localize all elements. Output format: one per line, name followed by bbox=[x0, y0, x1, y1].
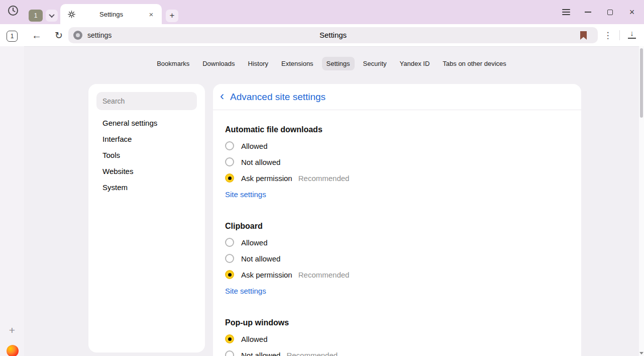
settings-sections: Automatic file downloads Allowed Not all… bbox=[213, 110, 581, 356]
scroll-down-arrow-icon[interactable] bbox=[639, 352, 643, 354]
radio-option[interactable]: Allowed bbox=[225, 234, 569, 250]
nav-security[interactable]: Security bbox=[359, 57, 391, 70]
radio-option[interactable]: Not allowed bbox=[225, 154, 569, 170]
settings-sidebar-list: General settings Interface Tools Website… bbox=[88, 115, 205, 196]
url-text[interactable]: settings bbox=[87, 27, 112, 43]
radio-option[interactable]: Not allowed Recommended bbox=[225, 347, 569, 356]
radio-label: Not allowed bbox=[241, 158, 280, 166]
maximize-button[interactable] bbox=[602, 4, 618, 20]
section-clipboard: Clipboard Allowed Not allowed Ask permis… bbox=[225, 218, 569, 299]
radio-button[interactable] bbox=[225, 141, 234, 150]
sidebar-item-general-settings[interactable]: General settings bbox=[88, 115, 205, 131]
radio-button[interactable] bbox=[225, 157, 234, 166]
radio-button[interactable] bbox=[225, 238, 234, 247]
radio-button[interactable] bbox=[225, 334, 234, 343]
radio-label: Ask permission bbox=[241, 271, 292, 279]
radio-button[interactable] bbox=[225, 173, 234, 183]
section-title: Clipboard bbox=[225, 218, 569, 234]
nav-settings[interactable]: Settings bbox=[322, 57, 355, 70]
section-popup-windows: Pop-up windows Allowed Not allowed Recom… bbox=[225, 315, 569, 356]
sidebar-item-system[interactable]: System bbox=[88, 180, 205, 196]
recommended-note: Recommended bbox=[298, 174, 350, 183]
toolbar-divider bbox=[619, 30, 620, 40]
back-button[interactable]: ← bbox=[30, 28, 44, 42]
sidebar-item-websites[interactable]: Websites bbox=[88, 163, 205, 180]
maximize-icon bbox=[607, 10, 613, 15]
left-rail: 1 + ⋯ bbox=[0, 24, 24, 356]
nav-history[interactable]: History bbox=[244, 57, 273, 70]
nav-tabs-other-devices[interactable]: Tabs on other devices bbox=[438, 57, 510, 70]
radio-label: Not allowed bbox=[241, 254, 280, 263]
page-scrollbar[interactable] bbox=[639, 46, 644, 356]
settings-sidebar-card: General settings Interface Tools Website… bbox=[88, 84, 205, 352]
page-title: Settings bbox=[68, 27, 598, 43]
advanced-settings-back[interactable]: ‹ Advanced site settings bbox=[213, 84, 581, 110]
address-bar[interactable]: settings Settings bbox=[68, 27, 598, 43]
settings-top-nav: Bookmarks Downloads History Extensions S… bbox=[24, 57, 639, 70]
section-automatic-file-downloads: Automatic file downloads Allowed Not all… bbox=[225, 122, 569, 202]
advanced-site-settings-card: ‹ Advanced site settings Automatic file … bbox=[213, 84, 581, 356]
tab-close-icon[interactable]: × bbox=[147, 10, 156, 19]
radio-option[interactable]: Not allowed bbox=[225, 250, 569, 266]
reload-button[interactable]: ↻ bbox=[52, 28, 66, 42]
page-heading: Advanced site settings bbox=[230, 92, 326, 103]
recommended-note: Recommended bbox=[286, 351, 338, 356]
rail-new-button[interactable]: + bbox=[0, 324, 24, 336]
titlebar: 1 Settings × + × bbox=[0, 0, 644, 24]
nav-yandex-id[interactable]: Yandex ID bbox=[395, 57, 435, 70]
site-favicon-icon bbox=[73, 31, 82, 40]
radio-label: Allowed bbox=[241, 142, 268, 150]
radio-option[interactable]: Ask permission Recommended bbox=[225, 266, 569, 283]
radio-option[interactable]: Allowed bbox=[225, 138, 569, 154]
chevron-left-icon: ‹ bbox=[218, 90, 226, 104]
radio-button[interactable] bbox=[225, 350, 234, 356]
bookmark-icon[interactable] bbox=[580, 31, 587, 40]
gear-icon bbox=[67, 10, 76, 19]
section-title: Pop-up windows bbox=[225, 315, 569, 331]
section-title: Automatic file downloads bbox=[225, 122, 569, 138]
tab-counter-button[interactable]: 1 bbox=[7, 31, 18, 42]
chevron-down-icon bbox=[49, 12, 54, 18]
nav-downloads[interactable]: Downloads bbox=[198, 57, 239, 70]
close-icon: × bbox=[629, 8, 635, 17]
radio-option[interactable]: Allowed bbox=[225, 331, 569, 347]
toolbar: ← ↻ settings Settings ⋮ ↓ bbox=[24, 24, 644, 46]
download-icon: ↓ bbox=[628, 29, 636, 39]
toolbar-menu-button[interactable]: ⋮ bbox=[601, 28, 615, 42]
history-clock-icon[interactable] bbox=[7, 5, 19, 17]
radio-label: Allowed bbox=[241, 335, 268, 343]
window-close-button[interactable]: × bbox=[624, 4, 640, 20]
site-settings-link[interactable]: Site settings bbox=[225, 283, 266, 299]
tab-group-dropdown[interactable] bbox=[46, 10, 58, 22]
browser-menu-button[interactable] bbox=[558, 4, 574, 20]
minimize-button[interactable] bbox=[580, 4, 596, 20]
new-tab-button[interactable]: + bbox=[166, 10, 178, 22]
recommended-note: Recommended bbox=[298, 271, 350, 279]
browser-window: 1 Settings × + × 1 + ⋯ ← ↻ settings Sett… bbox=[0, 0, 644, 356]
yandex-browser-logo[interactable] bbox=[7, 345, 19, 356]
radio-label: Allowed bbox=[241, 238, 268, 247]
tab-group-chip[interactable]: 1 bbox=[29, 10, 43, 22]
sidebar-item-tools[interactable]: Tools bbox=[88, 147, 205, 163]
radio-label: Not allowed bbox=[241, 351, 280, 356]
sidebar-item-interface[interactable]: Interface bbox=[88, 131, 205, 147]
radio-label: Ask permission bbox=[241, 174, 292, 183]
radio-button[interactable] bbox=[225, 270, 234, 279]
page-content: Bookmarks Downloads History Extensions S… bbox=[24, 46, 639, 356]
nav-bookmarks[interactable]: Bookmarks bbox=[152, 57, 194, 70]
radio-button[interactable] bbox=[225, 254, 234, 263]
downloads-button[interactable]: ↓ bbox=[626, 29, 638, 42]
minimize-icon bbox=[585, 12, 591, 13]
tab-title: Settings bbox=[76, 11, 147, 18]
tab-settings[interactable]: Settings × bbox=[60, 4, 162, 24]
site-settings-link[interactable]: Site settings bbox=[225, 186, 266, 202]
scrollbar-thumb[interactable] bbox=[640, 48, 643, 118]
nav-extensions[interactable]: Extensions bbox=[277, 57, 318, 70]
hamburger-icon bbox=[562, 9, 570, 15]
radio-option[interactable]: Ask permission Recommended bbox=[225, 170, 569, 186]
search-input[interactable] bbox=[96, 92, 197, 110]
